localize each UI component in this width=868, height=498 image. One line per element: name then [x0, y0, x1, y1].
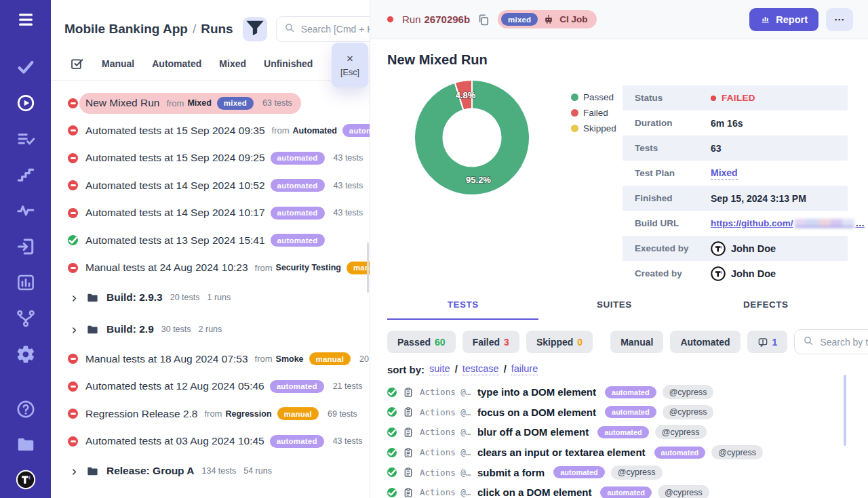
legend-item-skipped[interactable]: Skipped	[571, 123, 616, 133]
run-overview: 95.2%4.8% PassedFailedSkipped StatusFAIL…	[370, 75, 868, 286]
run-tests-count: 69 tests	[328, 409, 357, 419]
user-name: John Doe	[731, 268, 776, 279]
tests-scrollbar[interactable]	[844, 375, 846, 446]
automated-badge: automated	[270, 435, 324, 448]
runs-search-input[interactable]	[301, 24, 370, 35]
run-detail-panel: Run 2670296b mixed CI Job Report ⋯ New M…	[370, 0, 868, 498]
run-folder-row[interactable]: Build: 2.930 tests2 runs	[51, 314, 370, 346]
sort-by-failure[interactable]: failure	[511, 363, 538, 375]
test-case-icon	[403, 427, 414, 438]
more-actions-button[interactable]: ⋯	[826, 8, 853, 31]
automated-badge: automated	[597, 426, 649, 438]
folder-tests-count: 20 tests	[170, 293, 200, 302]
chevron-right-icon[interactable]	[70, 467, 79, 476]
run-row[interactable]: Automated tests at 12 Aug 2024 05:46auto…	[51, 373, 370, 400]
run-source: Automated	[293, 126, 337, 136]
run-folder-row[interactable]: Release: Group A134 tests54 runs	[51, 455, 370, 487]
import-icon[interactable]	[16, 236, 36, 257]
test-row[interactable]: Actions @…type into a DOM elementautomat…	[387, 382, 868, 402]
run-row-content: Manual tests at 24 Aug 2024 10:23fromSec…	[79, 257, 370, 278]
settings-gear-icon[interactable]	[16, 344, 36, 365]
failed-filter-chip[interactable]: Failed3	[462, 331, 519, 353]
tab-automated[interactable]: Automated	[152, 58, 201, 69]
tests-filter-row: Passed60Failed3Skipped0ManualAutomated1	[387, 329, 868, 354]
failed-status-icon	[68, 208, 78, 218]
copy-run-id-button[interactable]	[477, 13, 490, 26]
build-url-link[interactable]: https://github.com/…	[711, 218, 865, 228]
run-row[interactable]: Automated tests at 14 Sep 2024 10:17auto…	[51, 199, 370, 227]
escape-close-button[interactable]: × [Esc]	[332, 43, 368, 87]
passed-filter-chip[interactable]: Passed60	[387, 331, 456, 353]
filter-button[interactable]	[243, 17, 267, 41]
tab-tests[interactable]: TESTS	[387, 299, 538, 320]
manual-badge: manual	[309, 352, 351, 365]
report-button[interactable]: Report	[749, 8, 818, 31]
run-title: Automated tests at 12 Aug 2024 05:46	[85, 380, 264, 392]
analytics-icon[interactable]	[16, 272, 36, 293]
runs-play-icon[interactable]	[16, 93, 36, 113]
run-row[interactable]: Regression Release 2.8fromRegressionmanu…	[51, 400, 370, 428]
runs-list-scrollbar[interactable]	[367, 243, 370, 293]
run-row[interactable]: Automated tests at 15 Sep 2024 09:25auto…	[51, 144, 370, 172]
ci-job-pill[interactable]: mixed CI Job	[498, 10, 597, 28]
cypress-tag: @cypress	[655, 425, 707, 439]
test-row[interactable]: Actions @…focus on a DOM elementautomate…	[387, 402, 868, 423]
legend-item-failed[interactable]: Failed	[571, 108, 616, 118]
skipped-filter-chip[interactable]: Skipped0	[526, 331, 593, 353]
test-plan-link[interactable]: Mixed	[711, 167, 738, 180]
title-search[interactable]	[794, 329, 868, 354]
info-value: FAILED	[711, 93, 755, 103]
pulse-icon[interactable]	[16, 201, 36, 221]
chip-count: 3	[504, 337, 509, 348]
comments-filter-chip[interactable]: 1	[747, 331, 788, 353]
chevron-right-icon[interactable]	[70, 293, 79, 302]
detail-tabs: TESTSSUITESDEFECTS	[387, 299, 842, 320]
test-row[interactable]: Actions @…click on a DOM elementautomate…	[387, 482, 868, 498]
test-row[interactable]: Actions @…blur off a DOM elementautomate…	[387, 422, 868, 442]
manual-filter-chip[interactable]: Manual	[610, 331, 663, 353]
info-value: https://github.com/…	[711, 218, 865, 228]
tab-mixed[interactable]: Mixed	[219, 58, 246, 69]
run-row[interactable]: Manual tests at 18 Aug 2024 07:53fromSmo…	[51, 346, 370, 373]
test-case-icon	[403, 467, 414, 478]
bar-chart-icon	[760, 14, 770, 24]
automated-filter-chip[interactable]: Automated	[670, 331, 740, 353]
run-folder-row[interactable]: Build: 2.9.320 tests1 runs	[51, 282, 370, 314]
legend-item-passed[interactable]: Passed	[571, 92, 616, 102]
select-all-icon[interactable]	[70, 56, 84, 70]
info-label: Build URL	[635, 218, 711, 228]
passed-status-icon	[387, 468, 397, 477]
run-title: Manual tests at 18 Aug 2024 07:53	[85, 353, 248, 365]
run-row[interactable]: New Mixed RunfromMixedmixed63 tests	[51, 89, 370, 117]
steps-icon[interactable]	[16, 165, 36, 185]
info-row-tests: Tests63	[623, 136, 848, 161]
tab-manual[interactable]: Manual	[102, 58, 134, 69]
test-title: click on a DOM element	[477, 486, 591, 498]
sort-by-testcase[interactable]: testcase	[462, 363, 499, 375]
branches-icon[interactable]	[16, 308, 36, 329]
projects-folder-icon[interactable]	[16, 434, 36, 455]
test-row[interactable]: Actions @…submit a formautomated@cypress	[387, 462, 868, 482]
menu-icon[interactable]	[16, 9, 36, 30]
test-plans-icon[interactable]	[16, 129, 36, 149]
runs-search[interactable]	[276, 16, 370, 42]
run-row[interactable]: Automated tests at 14 Sep 2024 10:52auto…	[51, 172, 370, 200]
user-name: John Doe	[731, 243, 776, 254]
breadcrumb-project[interactable]: Mobile Banking App	[64, 22, 188, 36]
run-row[interactable]: Automated tests at 15 Sep 2024 09:35from…	[51, 117, 370, 145]
test-row[interactable]: Actions @…clears an input or textarea el…	[387, 442, 868, 463]
tab-defects[interactable]: DEFECTS	[690, 299, 842, 320]
help-icon[interactable]	[16, 399, 36, 419]
chevron-right-icon[interactable]	[70, 325, 79, 334]
legend-label: Skipped	[583, 123, 616, 133]
app-logo[interactable]	[16, 470, 36, 490]
run-row[interactable]: Automated tests at 13 Sep 2024 15:41auto…	[51, 227, 370, 255]
tests-check-icon[interactable]	[16, 57, 36, 77]
title-search-input[interactable]	[820, 337, 868, 348]
tab-unfinished[interactable]: Unfinished	[264, 58, 313, 69]
run-row[interactable]: Manual tests at 24 Aug 2024 10:23fromSec…	[51, 254, 370, 282]
run-title: Automated tests at 03 Aug 2024 10:45	[85, 435, 264, 447]
run-row[interactable]: Automated tests at 03 Aug 2024 10:45auto…	[51, 428, 370, 455]
sort-by-suite[interactable]: suite	[429, 363, 450, 375]
tab-suites[interactable]: SUITES	[538, 299, 690, 320]
